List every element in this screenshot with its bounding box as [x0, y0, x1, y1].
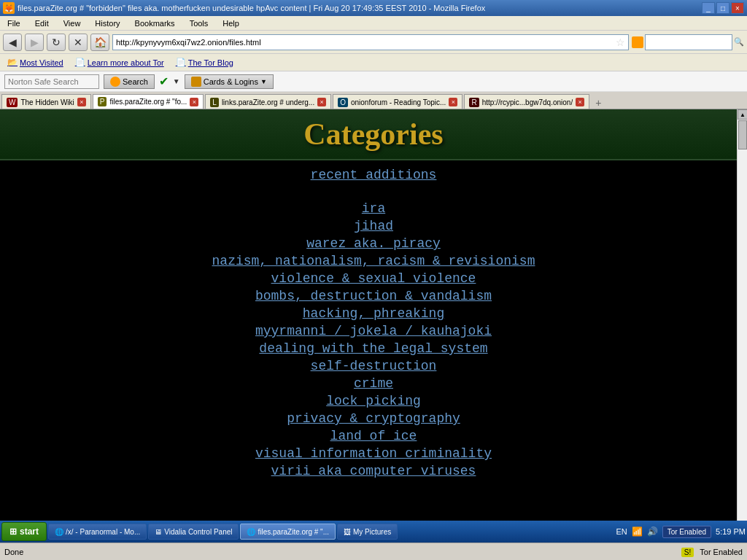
category-list: recent additions ira jihad warez aka. pi… — [0, 168, 747, 478]
tabs-bar: W The Hidden Wiki × P files.paraZite.org… — [0, 92, 747, 109]
clock: 5:19 PM — [716, 527, 746, 536]
window-title: files.paraZite.org # "forbidden" files a… — [18, 4, 485, 12]
parazite-taskbar-icon: 🌐 — [247, 528, 255, 536]
category-self-destruction[interactable]: self-destruction — [311, 359, 437, 373]
cards-dropdown-icon: ▼ — [260, 78, 267, 85]
category-legal[interactable]: dealing with the legal system — [259, 341, 487, 356]
norton-search-input[interactable] — [4, 74, 99, 89]
category-lock-picking[interactable]: lock picking — [326, 394, 421, 408]
category-warez[interactable]: warez aka. piracy — [306, 236, 441, 251]
category-bombs[interactable]: bombs, destruction & vandalism — [255, 289, 492, 303]
scrollbar-thumb[interactable] — [738, 120, 747, 149]
address-input[interactable] — [116, 38, 616, 47]
menu-view[interactable]: View — [59, 18, 85, 29]
most-visited-label: Most Visited — [20, 58, 63, 67]
tab-links-parazite[interactable]: L links.paraZite.org # underg... × — [205, 94, 331, 109]
taskbar-vidalia[interactable]: 🖥 Vidalia Control Panel — [148, 524, 239, 540]
start-button[interactable]: ⊞ start — [1, 522, 47, 541]
volume-icon: 🔊 — [647, 526, 658, 537]
tab-onionforum[interactable]: O onionforum - Reading Topic... × — [333, 94, 462, 109]
norton-bar: Search ✔ ▼ Cards & Logins ▼ — [0, 71, 747, 92]
bookmark-tor-blog[interactable]: 📄 The Tor Blog — [173, 56, 236, 69]
bookmark-learn-tor[interactable]: 📄 Learn more about Tor — [72, 56, 167, 69]
search-engine-icon — [632, 36, 643, 48]
tab-parazite[interactable]: P files.paraZite.org # "fo... × — [93, 94, 204, 109]
navigation-bar: ◀ ▶ ↻ ✕ 🏠 ☆ 🔍 — [0, 31, 747, 54]
pictures-icon: 🖼 — [344, 528, 351, 536]
tab-links-parazite-close[interactable]: × — [317, 98, 326, 106]
status-bar: Done S! Tor Enabled — [0, 542, 747, 560]
tab-parazite-label: files.paraZite.org # "fo... — [109, 98, 187, 106]
home-button[interactable]: 🏠 — [90, 34, 109, 51]
content-area[interactable]: recent additions ira jihad warez aka. pi… — [0, 160, 747, 542]
windows-icon: ⊞ — [9, 526, 17, 537]
onionforum-tab-icon: O — [338, 98, 348, 107]
norton-dropdown-icon[interactable]: ▼ — [173, 77, 180, 85]
category-jihad[interactable]: jihad — [354, 219, 393, 233]
start-label: start — [20, 526, 39, 537]
tab-parazite-close[interactable]: × — [190, 98, 198, 106]
titlebar: 🦊 files.paraZite.org # "forbidden" files… — [0, 0, 747, 16]
norton-search-button[interactable]: Search — [104, 74, 155, 89]
category-ira[interactable]: ira — [362, 201, 385, 216]
tab-hidden-wiki-label: The Hidden Wiki — [20, 98, 74, 106]
category-land-of-ice[interactable]: land of ice — [330, 429, 417, 443]
reload-button[interactable]: ↻ — [47, 34, 66, 51]
back-button[interactable]: ◀ — [3, 34, 22, 51]
category-recent-additions[interactable]: recent additions — [311, 168, 437, 182]
category-myyrmanni[interactable]: myyrmanni / jokela / kauhajoki — [255, 324, 492, 338]
menu-edit[interactable]: Edit — [31, 18, 53, 29]
category-privacy[interactable]: privacy & cryptography — [287, 411, 460, 426]
menu-bookmarks[interactable]: Bookmarks — [131, 18, 179, 29]
tab-hidden-wiki[interactable]: W The Hidden Wiki × — [1, 94, 91, 109]
search-icon: 🔍 — [734, 37, 744, 47]
new-tab-button[interactable]: + — [591, 97, 605, 109]
menu-tools[interactable]: Tools — [185, 18, 213, 29]
category-hacking[interactable]: hacking, phreaking — [303, 306, 444, 321]
bookmark-star-icon[interactable]: ☆ — [616, 36, 625, 48]
category-virii[interactable]: virii aka computer viruses — [271, 464, 476, 478]
pictures-label: My Pictures — [353, 528, 391, 536]
taskbar-parazite[interactable]: 🌐 files.paraZite.org # "... — [240, 524, 335, 540]
address-bar[interactable]: ☆ — [112, 34, 629, 50]
tab-hidden-wiki-close[interactable]: × — [77, 98, 86, 106]
parazite-taskbar-label: files.paraZite.org # "... — [258, 528, 328, 536]
cards-logins-button[interactable]: Cards & Logins ▼ — [185, 74, 274, 89]
category-nazism[interactable]: nazism, nationalism, racism & revisionis… — [212, 254, 535, 268]
menu-file[interactable]: File — [3, 18, 25, 29]
scrollbar[interactable]: ▲ ▼ — [737, 109, 747, 542]
vidalia-icon: 🖥 — [155, 528, 162, 536]
tab-onionforum-close[interactable]: × — [449, 98, 457, 106]
bookmark-most-visited[interactable]: 📂 Most Visited — [4, 56, 66, 69]
scrollbar-up-button[interactable]: ▲ — [738, 109, 747, 120]
category-violence[interactable]: violence & sexual violence — [271, 271, 476, 286]
tab-rcypic-close[interactable]: × — [576, 98, 584, 106]
category-crime[interactable]: crime — [354, 376, 393, 391]
close-button[interactable]: × — [731, 2, 744, 14]
bookmarks-bar: 📂 Most Visited 📄 Learn more about Tor 📄 … — [0, 54, 747, 71]
page-header: Categories — [0, 109, 747, 160]
tab-rcypic[interactable]: R http://rcypic...bgw7dq.onion/ × — [464, 94, 589, 109]
system-tray: EN 📶 🔊 Tor Enabled 5:19 PM — [616, 526, 746, 538]
forward-button[interactable]: ▶ — [25, 34, 44, 51]
menu-history[interactable]: History — [90, 18, 124, 29]
taskbar-paranormal[interactable]: 🌐 /x/ - Paranormal - Mo... — [48, 524, 147, 540]
cards-icon — [191, 77, 201, 87]
most-visited-icon: 📂 — [7, 58, 18, 67]
norton-icon — [110, 77, 120, 87]
norton-check-icon: ✔ — [159, 74, 169, 88]
maximize-button[interactable]: □ — [716, 2, 729, 14]
menu-help[interactable]: Help — [218, 18, 244, 29]
browser-search-input[interactable] — [645, 34, 732, 50]
taskbar-pictures[interactable]: 🖼 My Pictures — [337, 524, 398, 540]
vidalia-label: Vidalia Control Panel — [164, 528, 232, 536]
minimize-button[interactable]: _ — [702, 2, 715, 14]
tab-links-parazite-label: links.paraZite.org # underg... — [222, 98, 314, 106]
category-visual[interactable]: visual information criminality — [255, 446, 492, 461]
tor-enabled-badge: S! — [681, 548, 694, 557]
stop-button[interactable]: ✕ — [69, 34, 88, 51]
paranormal-icon: 🌐 — [55, 528, 63, 536]
search-container: 🔍 — [632, 34, 744, 50]
tab-onionforum-label: onionforum - Reading Topic... — [351, 98, 446, 106]
menu-bar: File Edit View History Bookmarks Tools H… — [0, 16, 747, 31]
